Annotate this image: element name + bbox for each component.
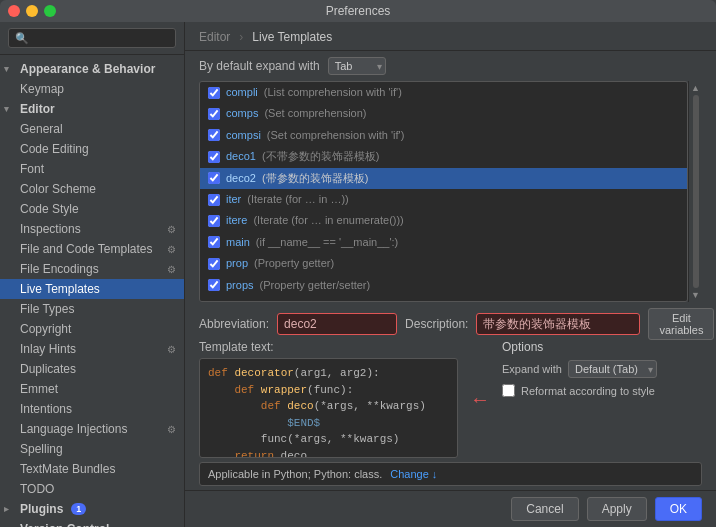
abbreviation-row: Abbreviation: Description: Edit variable…	[199, 308, 702, 340]
sidebar-item-spelling[interactable]: Spelling	[0, 439, 184, 459]
reformat-row: Reformat according to style	[502, 384, 702, 397]
sidebar-item-live-templates[interactable]: Live Templates	[0, 279, 184, 299]
list-item[interactable]: prop (Property getter)	[200, 253, 687, 274]
template-checkbox[interactable]	[208, 194, 220, 206]
list-item-active[interactable]: deco2 (带参数的装饰器模板)	[200, 168, 687, 189]
template-checkbox[interactable]	[208, 258, 220, 270]
sidebar-item-keymap[interactable]: Keymap	[0, 79, 184, 99]
breadcrumb-root: Editor	[199, 30, 230, 44]
abbreviation-input[interactable]	[277, 313, 397, 335]
sidebar-list: Appearance & Behavior Keymap Editor Gene…	[0, 55, 184, 527]
sidebar-item-plugins[interactable]: Plugins 1	[0, 499, 184, 519]
sidebar-item-emmet[interactable]: Emmet	[0, 379, 184, 399]
template-list-area: compli (List comprehension with 'if') co…	[185, 81, 716, 302]
settings-icon: ⚙	[167, 344, 176, 355]
list-item[interactable]: deco1 (不带参数的装饰器模板)	[200, 146, 687, 167]
list-item[interactable]: comps (Set comprehension)	[200, 103, 687, 124]
list-item[interactable]: compsi (Set comprehension with 'if')	[200, 125, 687, 146]
scroll-thumb	[693, 95, 699, 288]
template-checkbox[interactable]	[208, 279, 220, 291]
sidebar-item-code-editing[interactable]: Code Editing	[0, 139, 184, 159]
breadcrumb-current: Live Templates	[252, 30, 332, 44]
sidebar-item-file-code-templates[interactable]: File and Code Templates ⚙	[0, 239, 184, 259]
change-link[interactable]: Change ↓	[390, 468, 437, 480]
expand-row: By default expand with Tab Enter Space	[185, 51, 716, 81]
sidebar-item-color-scheme[interactable]: Color Scheme	[0, 179, 184, 199]
plugins-badge: 1	[71, 503, 86, 515]
arrow-icon: ←	[470, 388, 490, 411]
expand-with-row: Expand with Default (Tab) Tab Enter Spac…	[502, 360, 702, 378]
options-title: Options	[502, 340, 702, 354]
main-panel: Editor › Live Templates By default expan…	[185, 22, 716, 527]
template-checkbox[interactable]	[208, 236, 220, 248]
scrollbar: ▲ ▼	[688, 81, 702, 302]
template-list-container: compli (List comprehension with 'if') co…	[199, 81, 702, 302]
sidebar-item-font[interactable]: Font	[0, 159, 184, 179]
expand-select[interactable]: Tab Enter Space	[328, 57, 386, 75]
main-content: Appearance & Behavior Keymap Editor Gene…	[0, 22, 716, 527]
sidebar-item-general[interactable]: General	[0, 119, 184, 139]
window-title: Preferences	[326, 4, 391, 18]
sidebar-item-inlay-hints[interactable]: Inlay Hints ⚙	[0, 339, 184, 359]
list-item[interactable]: itere (Iterate (for … in enumerate()))	[200, 210, 687, 231]
template-text-label: Template text:	[199, 340, 458, 354]
preferences-window: Preferences Appearance & Behavior Keymap	[0, 0, 716, 527]
search-input[interactable]	[8, 28, 176, 48]
list-item[interactable]: iter (Iterate (for … in …))	[200, 189, 687, 210]
expand-with-select[interactable]: Default (Tab) Tab Enter Space	[568, 360, 657, 378]
template-list[interactable]: compli (List comprehension with 'if') co…	[199, 81, 688, 302]
close-button[interactable]	[8, 5, 20, 17]
expand-select-wrapper: Tab Enter Space	[328, 57, 386, 75]
apply-button[interactable]: Apply	[587, 497, 647, 521]
scroll-up-button[interactable]: ▲	[691, 81, 700, 93]
sidebar-item-file-encodings[interactable]: File Encodings ⚙	[0, 259, 184, 279]
template-checkbox[interactable]	[208, 172, 220, 184]
search-box	[0, 22, 184, 55]
settings-icon: ⚙	[167, 224, 176, 235]
arrow-area: ←	[466, 340, 494, 458]
abbreviation-label: Abbreviation:	[199, 317, 269, 331]
template-checkbox[interactable]	[208, 108, 220, 120]
scroll-down-button[interactable]: ▼	[691, 290, 700, 302]
sidebar-item-inspections[interactable]: Inspections ⚙	[0, 219, 184, 239]
sidebar-item-version-control[interactable]: Version Control	[0, 519, 184, 527]
chevron-icon	[4, 104, 14, 114]
sidebar-item-intentions[interactable]: Intentions	[0, 399, 184, 419]
sidebar-item-language-injections[interactable]: Language Injections ⚙	[0, 419, 184, 439]
list-item[interactable]: compli (List comprehension with 'if')	[200, 82, 687, 103]
template-checkbox[interactable]	[208, 87, 220, 99]
options-panel: Options Expand with Default (Tab) Tab En…	[502, 340, 702, 458]
panel-header: Editor › Live Templates	[185, 22, 716, 51]
expand-with-select-wrapper: Default (Tab) Tab Enter Space	[568, 360, 657, 378]
template-checkbox[interactable]	[208, 215, 220, 227]
reformat-checkbox[interactable]	[502, 384, 515, 397]
sidebar-item-todo[interactable]: TODO	[0, 479, 184, 499]
sidebar-item-editor[interactable]: Editor	[0, 99, 184, 119]
list-item[interactable]: props (Property getter/setter)	[200, 275, 687, 296]
description-input[interactable]	[476, 313, 640, 335]
code-area[interactable]: def decorator(arg1, arg2): def wrapper(f…	[199, 358, 458, 458]
description-label: Description:	[405, 317, 468, 331]
edit-variables-button[interactable]: Edit variables	[648, 308, 714, 340]
reformat-label: Reformat according to style	[521, 385, 655, 397]
sidebar-item-appearance[interactable]: Appearance & Behavior	[0, 59, 184, 79]
sidebar-item-textmate-bundles[interactable]: TextMate Bundles	[0, 459, 184, 479]
maximize-button[interactable]	[44, 5, 56, 17]
cancel-button[interactable]: Cancel	[511, 497, 578, 521]
title-bar: Preferences	[0, 0, 716, 22]
applicable-text: Applicable in Python; Python: class.	[208, 468, 382, 480]
sidebar-item-copyright[interactable]: Copyright	[0, 319, 184, 339]
expand-with-label: Expand with	[502, 363, 562, 375]
list-item[interactable]: main (if __name__ == '__main__':)	[200, 232, 687, 253]
settings-icon: ⚙	[167, 424, 176, 435]
ok-button[interactable]: OK	[655, 497, 702, 521]
template-checkbox[interactable]	[208, 129, 220, 141]
breadcrumb-separator: ›	[239, 30, 243, 44]
template-checkbox[interactable]	[208, 151, 220, 163]
minimize-button[interactable]	[26, 5, 38, 17]
sidebar-item-duplicates[interactable]: Duplicates	[0, 359, 184, 379]
window-controls	[8, 5, 56, 17]
abbreviation-section: Abbreviation: Description: Edit variable…	[185, 302, 716, 340]
sidebar-item-file-types[interactable]: File Types	[0, 299, 184, 319]
sidebar-item-code-style[interactable]: Code Style	[0, 199, 184, 219]
